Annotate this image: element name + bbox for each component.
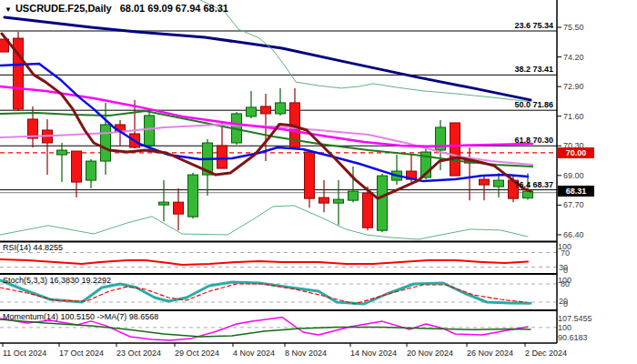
stoch-label: Stoch(5,3,3) 16.3830 19.2292 xyxy=(3,276,111,285)
candle-body-down xyxy=(480,179,490,185)
price-axis-label[interactable]: 67.70 xyxy=(563,200,584,209)
momentum-scale-label: 107.5455 xyxy=(558,314,592,323)
chart-title: ▼USCRUDE.F25,Daily68.01 69.09 67.94 68.3… xyxy=(5,3,228,14)
candle-body-down xyxy=(305,152,315,198)
chart-window: ▼USCRUDE.F25,Daily68.01 69.09 67.94 68.3… xyxy=(0,0,637,364)
rsi-label: RSI(14) 44.8255 xyxy=(3,243,63,252)
price-axis-label[interactable]: 69.00 xyxy=(563,171,584,180)
momentum-label: Momentum(14) 100.5150 ->MA(7) 98.6568 xyxy=(3,312,158,321)
date-axis-label[interactable]: 2 Dec 2024 xyxy=(525,349,567,358)
candle-body-up xyxy=(378,176,388,230)
chart-title-ohlc: 68.01 69.09 67.94 68.31 xyxy=(120,3,228,14)
candle-body-up xyxy=(247,107,257,116)
stoch-scale-label: 80 xyxy=(561,279,570,288)
fib-level-label: 50.0 71.86 xyxy=(514,100,553,109)
date-axis-label[interactable]: 4 Nov 2024 xyxy=(233,349,275,358)
envelope-upper xyxy=(200,0,531,102)
candle-body-down xyxy=(72,151,82,182)
candle-body-up xyxy=(188,175,198,217)
momentum-scale-label: 90.6183 xyxy=(558,333,588,342)
momentum-scale-label: 100 xyxy=(558,323,571,332)
candle-body-up xyxy=(159,202,169,205)
ma-navy xyxy=(5,17,531,100)
symbol-dropdown-icon[interactable]: ▼ xyxy=(5,5,12,14)
candle-body-up xyxy=(57,150,67,155)
price-axis-label[interactable]: 66.40 xyxy=(563,230,584,239)
date-axis-label[interactable]: 29 Oct 2024 xyxy=(175,349,219,358)
rsi xyxy=(0,259,528,265)
candle-body-up xyxy=(276,103,286,114)
date-axis-label[interactable]: 26 Nov 2024 xyxy=(467,349,513,358)
candle-body-down xyxy=(174,202,184,214)
level-price-badge: 70.00 xyxy=(558,147,594,158)
rsi-scale-label: 70 xyxy=(561,248,570,258)
candle-body-up xyxy=(334,199,344,203)
stoch-scale-label: 0 xyxy=(563,299,568,308)
candle-body-up xyxy=(349,191,359,200)
candle-body-down xyxy=(217,146,228,168)
candle-body-down xyxy=(450,123,460,176)
date-axis-label[interactable]: 11 Oct 2024 xyxy=(3,349,46,358)
candle-body-up xyxy=(494,180,504,187)
price-axis-label[interactable]: 71.60 xyxy=(563,112,584,121)
price-axis-label[interactable]: 74.20 xyxy=(563,53,584,62)
date-axis-label[interactable]: 17 Oct 2024 xyxy=(59,349,104,358)
fib-level-label: 23.6 75.34 xyxy=(514,21,553,30)
date-axis-label[interactable]: 20 Nov 2024 xyxy=(407,349,453,358)
candle-body-up xyxy=(101,125,111,161)
stoch-signal xyxy=(0,284,526,304)
date-axis-label[interactable]: 8 Nov 2024 xyxy=(285,349,327,358)
rsi-scale-label: 0 xyxy=(563,266,568,275)
date-axis-label[interactable]: 23 Oct 2024 xyxy=(116,349,161,358)
price-axis-label[interactable]: 72.90 xyxy=(563,82,584,91)
date-axis-label[interactable]: 14 Nov 2024 xyxy=(350,349,397,358)
candle-body-up xyxy=(145,116,155,146)
last-price-badge: 68.31 xyxy=(558,186,594,197)
fib-level-label: 38.2 73.41 xyxy=(514,65,553,74)
chart-title-symbol: USCRUDE.F25,Daily xyxy=(15,3,112,14)
price-axis-label[interactable]: 75.50 xyxy=(563,23,584,32)
candle-body-up xyxy=(86,161,96,180)
candle-body-down xyxy=(319,197,329,203)
fib-level-label: 61.8 70.30 xyxy=(514,136,553,145)
fib-level-label: 76.4 68.37 xyxy=(514,180,553,189)
momentum-ma xyxy=(0,319,531,337)
candle-body-down xyxy=(261,106,271,114)
envelope-lower xyxy=(0,206,528,239)
candle-body-down xyxy=(363,193,373,228)
